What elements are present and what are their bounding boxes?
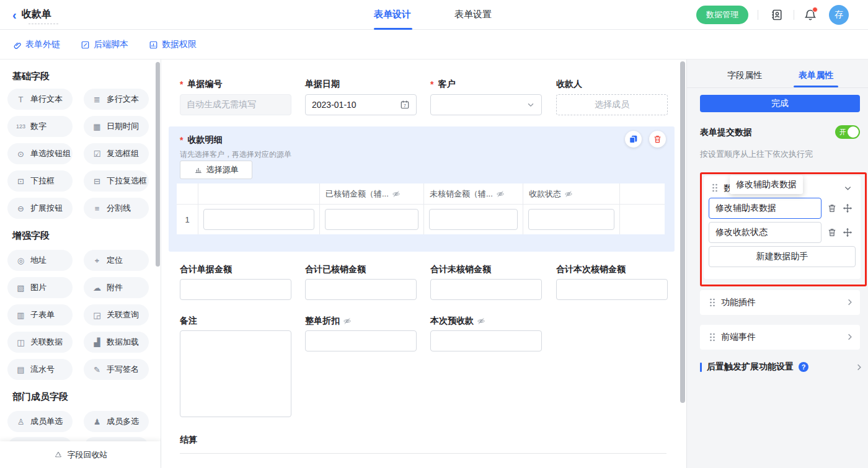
field-type-single-line-text[interactable]: T单行文本 [7,89,73,110]
field-type-datetime[interactable]: ▦日期时间 [84,116,149,137]
form-toolbar: 表单外链 后端脚本 数据权限 预览 保存 [0,30,868,60]
remark-textarea[interactable] [180,330,291,417]
subtable-cell-input[interactable] [528,209,614,230]
tab-form-settings[interactable]: 表单设置 [454,9,492,20]
header-cell-tail [620,183,665,205]
form-title[interactable]: 收款单 [22,8,51,21]
field-label-total-settled: 合计已核销金额 [305,264,366,275]
permission-icon [149,40,158,50]
subform-icon: ▥ [16,311,26,319]
move-icon[interactable] [843,203,852,213]
field-type-subform[interactable]: ▥子表单 [7,304,73,325]
total-settled-input[interactable] [305,279,417,300]
field-type-member-multi[interactable]: ♟成员多选 [84,411,149,432]
trash-icon[interactable] [827,203,837,213]
drag-handle-icon[interactable] [707,332,717,342]
discount-input[interactable] [305,330,417,351]
serial-icon: ▤ [16,366,26,374]
frontend-event-label: 前端事件 [721,332,756,343]
contacts-book-icon[interactable] [771,9,783,21]
plugin-card[interactable]: 功能插件 [700,290,860,315]
field-type-signature[interactable]: ✎手写签名 [84,359,149,380]
field-type-number[interactable]: 123数字 [7,116,73,137]
header-cell-settled-amount[interactable]: 已核销金额（辅... [320,183,424,204]
tab-field-properties[interactable]: 字段属性 [727,70,762,81]
chevron-right-icon [854,363,864,372]
field-type-multi-line-text[interactable]: ≣多行文本 [84,89,149,110]
field-type-serial-number[interactable]: ▤流水号 [7,359,73,380]
total-doc-amount-input[interactable] [180,279,291,300]
required-mark: * [180,135,183,145]
linked-query-icon: ◲ [92,311,102,319]
field-type-checkbox-group[interactable]: ☑复选框组 [84,143,149,164]
frontend-event-card[interactable]: 前端事件 [700,325,860,350]
date-value: 2023-01-10 [312,100,356,110]
advance-payment-input[interactable] [430,330,542,351]
total-current-settle-input[interactable] [556,279,668,300]
data-permission-link[interactable]: 数据权限 [149,38,197,51]
new-data-assistant-button[interactable]: 新建数据助手 [709,246,856,267]
field-type-image[interactable]: ▧图片 [7,277,73,298]
select-icon: ⊡ [16,177,26,185]
field-type-address[interactable]: ◎地址 [7,250,73,271]
form-external-link[interactable]: 表单外链 [12,38,60,51]
chevron-down-icon[interactable] [843,183,852,193]
assistant-item-input-selected[interactable]: 修改辅助表数据 [709,198,822,219]
chart-icon [194,166,203,174]
subtable-cell-input[interactable] [203,209,314,230]
customer-select[interactable] [430,94,542,115]
back-icon[interactable]: ‹ [12,9,17,21]
subtable-cell-input[interactable] [429,209,518,230]
image-icon: ▧ [16,284,26,292]
total-unsettled-input[interactable] [430,279,542,300]
question-icon[interactable]: ? [799,362,808,372]
user-avatar[interactable]: 存 [829,5,849,25]
header-cell-payment-status[interactable]: 收款状态 [523,183,620,204]
field-recycle-bin[interactable]: 字段回收站 [0,441,161,468]
post-trigger-settings[interactable]: 后置触发扩展功能设置 ? [700,361,864,373]
field-type-multi-select[interactable]: ⊟下拉复选框 [84,170,149,192]
trash-icon[interactable] [827,227,837,237]
backend-script-link[interactable]: 后端脚本 [81,38,128,51]
tab-form-design[interactable]: 表单设计 [374,9,411,20]
select-source-button[interactable]: 选择源单 [180,161,252,179]
done-button[interactable]: 完成 [700,95,860,112]
divider-icon: ≡ [92,205,102,213]
field-type-select[interactable]: ⊡下拉框 [7,170,73,192]
payee-member-picker[interactable]: 选择成员 [556,94,668,115]
calendar-icon [400,100,410,110]
tab-form-properties[interactable]: 表单属性 [799,70,833,81]
field-type-linked-query[interactable]: ◲关联查询 [84,304,149,325]
subtable-section[interactable]: *收款明细 请先选择客户，再选择对应的源单 选择源单 已核销金额（辅... 未核… [169,126,675,252]
field-library-sidebar: 基础字段 T单行文本 ≣多行文本 123数字 ▦日期时间 ⊙单选按钮组 ☑复选框… [0,60,161,468]
data-manage-button[interactable]: 数据管理 [696,6,748,24]
row-index-cell: 1 [177,205,198,234]
drag-handle-icon[interactable] [710,183,720,193]
field-type-location[interactable]: ⌖定位 [84,250,149,271]
sidebar-scrollbar[interactable] [156,62,160,267]
toggle-knob [848,126,859,138]
move-icon[interactable] [843,227,852,237]
doc-date-input[interactable]: 2023-01-10 [305,94,417,115]
header-cell-unsettled-amount[interactable]: 未核销金额（辅... [424,183,523,204]
canvas-scrollbar[interactable] [680,61,685,403]
field-type-attachment[interactable]: ☁附件 [84,277,149,298]
copy-subtable-button[interactable] [625,131,642,148]
subtable-cell-input[interactable] [325,209,418,230]
assistant-item-input[interactable]: 修改收款状态 [709,222,822,243]
chevron-right-icon [845,332,854,342]
field-type-linked-data[interactable]: ◫关联数据 [7,332,73,353]
field-type-data-load[interactable]: ▟数据加载 [84,332,149,353]
link-icon [12,40,22,50]
field-type-extend-button[interactable]: ⊖扩展按钮 [7,198,73,219]
extend-button-icon: ⊖ [16,205,26,213]
section-title-member: 部门成员字段 [12,391,68,403]
delete-subtable-button[interactable] [649,131,666,148]
drag-handle-icon[interactable] [707,298,717,307]
field-type-member-single[interactable]: ♙成员单选 [7,411,73,432]
text-icon: T [16,95,26,104]
doc-number-input[interactable]: 自动生成无需填写 [180,94,291,115]
field-type-divider[interactable]: ≡分割线 [84,198,149,219]
field-type-radio-group[interactable]: ⊙单选按钮组 [7,143,73,164]
submit-data-toggle[interactable]: 开 [835,125,860,139]
